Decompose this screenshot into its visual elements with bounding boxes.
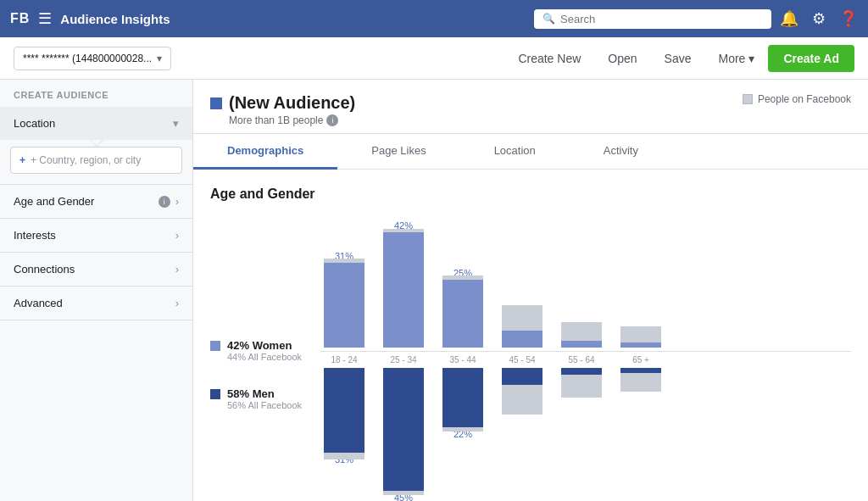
men-bar-18-24 bbox=[324, 368, 364, 453]
tab-page-likes[interactable]: Page Likes bbox=[337, 134, 459, 170]
sidebar-section-location[interactable]: Location ▾ + + Country, region, or city bbox=[0, 107, 192, 185]
men-bar-25-34 bbox=[383, 368, 424, 491]
age-col-55-64-men: 0% bbox=[558, 368, 605, 387]
age-col-45-54-men: 2% bbox=[498, 368, 546, 397]
tab-activity[interactable]: Activity bbox=[570, 134, 672, 170]
bell-icon[interactable]: 🔔 bbox=[780, 9, 798, 28]
connections-label: Connections bbox=[14, 263, 75, 276]
sidebar-section-advanced[interactable]: Advanced › bbox=[0, 287, 192, 320]
age-label-35-44: 35 - 44 bbox=[439, 355, 487, 365]
age-col-45-54-women: 2% bbox=[498, 319, 546, 348]
open-button[interactable]: Open bbox=[594, 45, 650, 72]
fb-logo: FB bbox=[10, 11, 30, 26]
plus-icon: + bbox=[19, 154, 25, 166]
men-bar-55-64 bbox=[561, 368, 602, 375]
bar-chart: 31% 42% bbox=[320, 215, 851, 500]
age-col-25-34-men: 45% bbox=[380, 368, 427, 501]
women-bars-row: 31% 42% bbox=[320, 215, 851, 351]
hamburger-icon[interactable]: ☰ bbox=[38, 9, 52, 28]
women-bar-18-24 bbox=[324, 263, 364, 348]
women-sublabel: 44% All Facebook bbox=[227, 352, 302, 362]
women-bar-45-54 bbox=[502, 331, 542, 348]
info-icon[interactable]: i bbox=[159, 196, 170, 208]
men-bar-65plus bbox=[620, 368, 661, 373]
chevron-right-icon: › bbox=[175, 263, 179, 276]
search-input[interactable] bbox=[560, 13, 763, 25]
top-navigation: FB ☰ Audience Insights 🔍 🔔 ⚙ ❓ bbox=[0, 0, 868, 37]
age-col-55-64-women: 0% bbox=[558, 329, 605, 348]
account-label: **** ******* (144800000028... bbox=[23, 53, 152, 64]
location-placeholder: + Country, region, or city bbox=[31, 154, 141, 166]
interests-label: Interests bbox=[14, 229, 56, 242]
age-col-35-44-men: 22% bbox=[439, 368, 487, 439]
chart-title: Age and Gender bbox=[210, 186, 851, 202]
men-bar-35-44 bbox=[442, 368, 483, 427]
toolbar: **** ******* (144800000028... ▾ Create N… bbox=[0, 37, 868, 80]
gear-icon[interactable]: ⚙ bbox=[812, 9, 826, 28]
audience-title: (New Audience) bbox=[210, 93, 355, 113]
age-label-65plus: 65 + bbox=[617, 355, 665, 365]
chevron-down-icon: ▾ bbox=[157, 53, 162, 64]
location-input[interactable]: + + Country, region, or city bbox=[10, 147, 182, 174]
age-label-25-34: 25 - 34 bbox=[380, 355, 427, 365]
app-title: Audience Insights bbox=[60, 12, 526, 26]
age-label-18-24: 18 - 24 bbox=[320, 355, 368, 365]
age-col-35-44-women: 25% bbox=[439, 268, 487, 348]
chevron-down-icon: ▾ bbox=[748, 52, 754, 65]
age-col-18-24-men: 31% bbox=[320, 368, 368, 465]
advanced-label: Advanced bbox=[14, 297, 63, 309]
men-bar-45-54 bbox=[502, 368, 542, 385]
men-sublabel: 56% All Facebook bbox=[227, 400, 302, 410]
women-color-square bbox=[210, 341, 220, 351]
audience-color-square bbox=[210, 97, 222, 109]
search-bar[interactable]: 🔍 bbox=[534, 9, 771, 29]
location-triangle-container bbox=[0, 140, 192, 147]
gender-legends: 42% Women 44% All Facebook 58% Men 56% A… bbox=[210, 215, 303, 500]
age-col-18-24-women: 31% bbox=[320, 251, 368, 348]
save-button[interactable]: Save bbox=[651, 45, 705, 72]
content-area: (New Audience) More than 1B people i Peo… bbox=[193, 80, 868, 501]
age-label-45-54: 45 - 54 bbox=[498, 355, 546, 365]
tab-demographics[interactable]: Demographics bbox=[193, 134, 337, 170]
women-legend: 42% Women 44% All Facebook bbox=[210, 339, 303, 362]
women-bar-35-44 bbox=[442, 280, 483, 348]
age-label-55-64: 55 - 64 bbox=[558, 355, 605, 365]
tabs: Demographics Page Likes Location Activit… bbox=[193, 134, 868, 170]
info-icon[interactable]: i bbox=[326, 114, 338, 126]
question-icon[interactable]: ❓ bbox=[839, 9, 858, 28]
connections-section-header[interactable]: Connections › bbox=[0, 253, 192, 286]
men-percent: 58% Men bbox=[227, 387, 302, 400]
audience-header: (New Audience) More than 1B people i Peo… bbox=[193, 80, 868, 134]
women-bar-55-64 bbox=[561, 341, 602, 348]
main-layout: CREATE AUDIENCE Location ▾ + + Country, … bbox=[0, 80, 868, 501]
facebook-color-square bbox=[743, 94, 753, 104]
chevron-down-icon: ▾ bbox=[173, 117, 179, 130]
women-percent: 42% Women bbox=[227, 339, 302, 352]
sidebar: CREATE AUDIENCE Location ▾ + + Country, … bbox=[0, 80, 193, 501]
chevron-right-icon: › bbox=[175, 297, 179, 309]
sidebar-section-age-gender[interactable]: Age and Gender i › bbox=[0, 185, 192, 219]
create-new-button[interactable]: Create New bbox=[504, 45, 594, 72]
more-button[interactable]: More ▾ bbox=[704, 45, 768, 72]
age-gender-section-header[interactable]: Age and Gender i › bbox=[0, 185, 192, 218]
men-legend: 58% Men 56% All Facebook bbox=[210, 387, 303, 410]
chevron-right-icon: › bbox=[175, 229, 179, 242]
create-ad-button[interactable]: Create Ad bbox=[768, 45, 854, 72]
location-section-header[interactable]: Location ▾ bbox=[0, 107, 192, 140]
account-selector[interactable]: **** ******* (144800000028... ▾ bbox=[14, 47, 171, 70]
create-audience-header: CREATE AUDIENCE bbox=[0, 80, 192, 107]
tab-location[interactable]: Location bbox=[460, 134, 570, 170]
age-gender-label: Age and Gender bbox=[14, 195, 94, 208]
sidebar-section-connections[interactable]: Connections › bbox=[0, 253, 192, 287]
nav-icons: 🔔 ⚙ ❓ bbox=[780, 9, 858, 28]
chart-content: 42% Women 44% All Facebook 58% Men 56% A… bbox=[210, 215, 851, 500]
chevron-right-icon: › bbox=[175, 195, 179, 208]
facebook-legend: People on Facebook bbox=[743, 93, 851, 105]
men-bars-row: 31% 45% bbox=[320, 365, 851, 500]
age-col-65plus-men: 0% bbox=[617, 368, 665, 385]
location-content: + + Country, region, or city bbox=[0, 147, 192, 184]
sidebar-section-interests[interactable]: Interests › bbox=[0, 219, 192, 253]
advanced-section-header[interactable]: Advanced › bbox=[0, 287, 192, 320]
women-bar-65plus bbox=[620, 342, 661, 348]
interests-section-header[interactable]: Interests › bbox=[0, 219, 192, 252]
